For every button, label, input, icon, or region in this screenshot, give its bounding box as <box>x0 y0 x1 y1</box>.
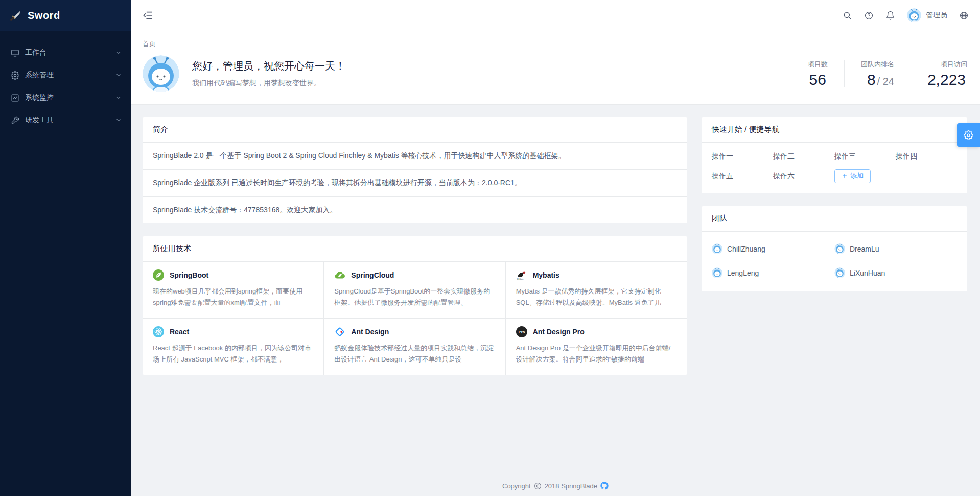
tech-name: Ant Design <box>351 328 389 336</box>
app-title: Sword <box>28 10 60 21</box>
sidebar: Sword 工作台 系统管理 系统监控 研发工具 <box>0 0 131 496</box>
tech-cell-springcloud: SpringCloud SpringCloud是基于SpringBoot的一整套… <box>324 262 505 318</box>
quick-link-5[interactable]: 操作五 <box>712 172 773 181</box>
quick-start-card: 快速开始 / 便捷导航 操作一 操作二 操作三 操作四 操作五 操作六 添加 <box>702 117 967 193</box>
stat-value: 8/ 24 <box>861 72 894 88</box>
sidebar-item-label: 系统管理 <box>25 71 54 80</box>
tech-cell-springboot: SpringBoot 现在的web项目几乎都会用到spring框架，而要使用sp… <box>143 262 324 318</box>
wrench-icon <box>11 116 19 125</box>
team-member: DreamLu <box>834 243 957 254</box>
tech-desc: 蚂蚁金服体验技术部经过大量的项目实践和总结，沉淀出设计语言 Ant Design… <box>334 343 495 365</box>
sidebar-item-label: 研发工具 <box>25 116 54 125</box>
left-column: 简介 SpringBlade 2.0 是一个基于 Spring Boot 2 &… <box>143 117 687 375</box>
tech-desc: React 起源于 Facebook 的内部项目，因为该公司对市场上所有 Jav… <box>153 343 313 365</box>
stat-value: 56 <box>808 72 828 88</box>
intro-card: 简介 SpringBlade 2.0 是一个基于 Spring Boot 2 &… <box>143 117 687 223</box>
team-members: ChillZhuang DreamLu LengLeng <box>702 232 967 291</box>
quick-links: 操作一 操作二 操作三 操作四 操作五 操作六 添加 <box>702 143 967 193</box>
quick-link-2[interactable]: 操作二 <box>773 152 834 161</box>
intro-paragraph: SpringBlade 技术交流群号：477853168。欢迎大家加入。 <box>143 197 687 223</box>
footer: Copyright 2018 SpringBlade <box>131 482 980 490</box>
welcome-title: 您好，管理员，祝您开心每一天！ <box>192 59 345 73</box>
member-name: LiXunHuan <box>850 269 885 277</box>
chevron-down-icon <box>115 50 122 56</box>
tech-name: Mybatis <box>533 271 559 279</box>
sidebar-item-dev-tools[interactable]: 研发工具 <box>0 109 131 131</box>
username: 管理员 <box>926 11 947 20</box>
app-logo[interactable]: Sword <box>0 0 131 31</box>
quick-start-title: 快速开始 / 便捷导航 <box>702 117 967 143</box>
footer-copyright-text: Copyright <box>502 482 531 490</box>
gear-icon <box>11 71 19 80</box>
chevron-down-icon <box>115 72 122 78</box>
tech-card-title: 所使用技术 <box>143 236 687 262</box>
stat-value: 2,223 <box>927 72 967 88</box>
right-column: 快速开始 / 便捷导航 操作一 操作二 操作三 操作四 操作五 操作六 添加 <box>702 117 967 291</box>
mybatis-icon: MyBatis <box>516 269 527 281</box>
breadcrumb[interactable]: 首页 <box>143 39 156 49</box>
team-member: LiXunHuan <box>834 267 957 278</box>
content: 首页 您好，管理员，祝您开心每一天！ 我们用代码编写梦想，用梦想改变世界。 项目… <box>131 31 980 496</box>
tech-desc: MyBatis 是一款优秀的持久层框架，它支持定制化SQL、存储过程以及高级映射… <box>516 286 677 308</box>
cards-row: 简介 SpringBlade 2.0 是一个基于 Spring Boot 2 &… <box>131 105 980 375</box>
member-avatar <box>712 243 722 254</box>
github-icon[interactable] <box>600 482 609 490</box>
topbar: 管理员 <box>131 0 980 31</box>
antdesignpro-icon: Pro <box>516 326 527 337</box>
quick-link-6[interactable]: 操作六 <box>773 172 834 181</box>
footer-brand-text: 2018 SpringBlade <box>545 482 597 490</box>
tech-grid: SpringBoot 现在的web项目几乎都会用到spring框架，而要使用sp… <box>143 262 687 375</box>
menu-fold-icon[interactable] <box>142 10 153 21</box>
tech-card: 所使用技术 SpringBoot <box>143 236 687 375</box>
team-card-title: 团队 <box>702 206 967 232</box>
member-avatar <box>834 243 845 254</box>
quick-link-1[interactable]: 操作一 <box>712 152 773 161</box>
add-button[interactable]: 添加 <box>834 169 871 183</box>
tech-name: SpringBoot <box>170 271 208 279</box>
sidebar-item-system-monitor[interactable]: 系统监控 <box>0 86 131 109</box>
svg-text:Pro: Pro <box>518 330 525 334</box>
sword-icon <box>9 10 21 22</box>
app-window: Sword 工作台 系统管理 系统监控 研发工具 <box>0 0 980 496</box>
chart-icon <box>11 94 19 102</box>
springboot-icon <box>153 269 164 281</box>
topbar-right: 管理员 <box>843 8 969 22</box>
bell-icon[interactable] <box>885 11 895 20</box>
svg-text:MyBatis: MyBatis <box>517 278 523 280</box>
intro-paragraph: SpringBlade 2.0 是一个基于 Spring Boot 2 & Sp… <box>143 143 687 170</box>
team-card: 团队 ChillZhuang DreamLu <box>702 206 967 291</box>
stat-team-rank: 团队内排名 8/ 24 <box>845 60 911 88</box>
tech-cell-antdesignpro: Pro Ant Design Pro Ant Design Pro 是一个企业级… <box>506 318 687 375</box>
sidebar-item-system-management[interactable]: 系统管理 <box>0 64 131 86</box>
quick-link-3[interactable]: 操作三 <box>834 152 896 161</box>
copyright-icon <box>534 482 542 490</box>
sidebar-item-label: 系统监控 <box>25 93 54 102</box>
settings-float-button[interactable] <box>957 123 980 147</box>
gear-icon <box>964 130 973 140</box>
tech-name: SpringCloud <box>351 271 394 279</box>
team-member: LengLeng <box>712 267 834 278</box>
globe-icon[interactable] <box>959 11 969 20</box>
stat-visits: 项目访问 2,223 <box>911 60 968 88</box>
intro-card-title: 简介 <box>143 117 687 143</box>
stat-label: 项目访问 <box>927 60 967 69</box>
quick-link-4[interactable]: 操作四 <box>896 152 957 161</box>
sidebar-item-workbench[interactable]: 工作台 <box>0 41 131 64</box>
search-icon[interactable] <box>843 11 852 20</box>
tech-desc: Ant Design Pro 是一个企业级开箱即用的中后台前端/设计解决方案。符… <box>516 343 677 365</box>
help-icon[interactable] <box>864 11 874 20</box>
springcloud-icon <box>334 269 345 281</box>
team-member: ChillZhuang <box>712 243 834 254</box>
sidebar-menu: 工作台 系统管理 系统监控 研发工具 <box>0 31 131 131</box>
welcome-avatar <box>143 55 179 92</box>
tech-cell-mybatis: MyBatis Mybatis MyBatis 是一款优秀的持久层框架，它支持定… <box>506 262 687 318</box>
antdesign-icon <box>334 326 345 337</box>
tech-cell-react: React React 起源于 Facebook 的内部项目，因为该公司对市场上… <box>143 318 324 375</box>
welcome-subtitle: 我们用代码编写梦想，用梦想改变世界。 <box>192 79 345 88</box>
tech-name: React <box>170 328 189 336</box>
tech-name: Ant Design Pro <box>533 328 585 336</box>
user-menu[interactable]: 管理员 <box>907 8 947 22</box>
chevron-down-icon <box>115 95 122 101</box>
stat-projects: 项目数 56 <box>791 60 845 88</box>
page-header: 首页 您好，管理员，祝您开心每一天！ 我们用代码编写梦想，用梦想改变世界。 项目… <box>131 31 980 105</box>
